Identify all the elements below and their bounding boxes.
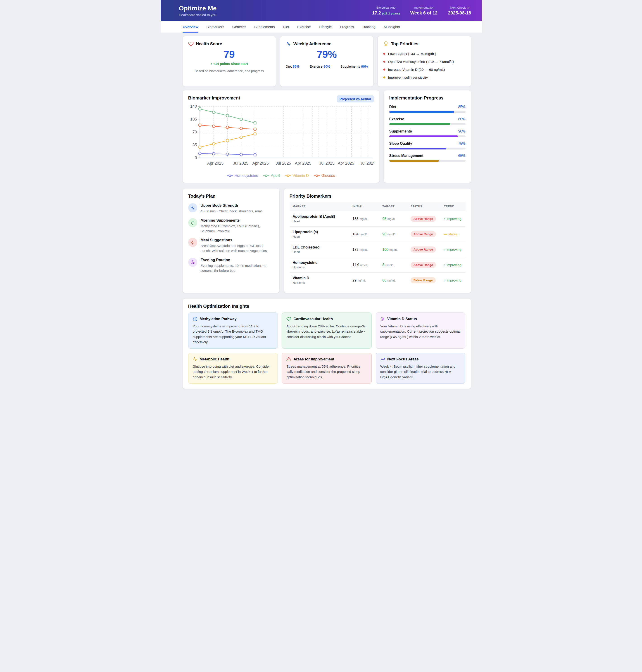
progress-track bbox=[389, 111, 465, 113]
marker-name: Homocysteine bbox=[293, 261, 346, 265]
progress-track bbox=[389, 135, 465, 137]
legend-item-vitamin-d[interactable]: Vitamin D bbox=[285, 173, 309, 178]
marker-category: Heart bbox=[293, 220, 346, 223]
stat-next-checkin: Next Check-in 2025-08-18 bbox=[448, 6, 471, 16]
initial-value: 173 bbox=[352, 248, 359, 251]
trend-dash-icon: — bbox=[444, 232, 448, 236]
progress-value: 90% bbox=[458, 129, 465, 133]
activity-icon bbox=[188, 203, 197, 212]
trend-label: stable bbox=[448, 232, 458, 236]
initial-unit: mg/dL bbox=[359, 217, 368, 221]
status-badge: Above Range bbox=[411, 216, 436, 222]
progress-label: Exercise bbox=[389, 117, 404, 121]
progress-label: Diet bbox=[389, 105, 396, 109]
progress-item-supplements: Supplements90% bbox=[389, 129, 465, 137]
header-stats: Biological Age 17.2 (-11.2 years) Implem… bbox=[372, 6, 471, 16]
insight-title: Cardiovascular Health bbox=[293, 317, 333, 321]
legend-item-homocysteine[interactable]: Homocysteine bbox=[227, 173, 258, 178]
table-row-ldl: LDL CholesterolHeart 173 mg/dL 100 mg/dL… bbox=[290, 242, 465, 257]
implementation-progress-title: Implementation Progress bbox=[389, 95, 465, 101]
progress-label: Stress Management bbox=[389, 154, 423, 158]
heart-icon bbox=[286, 317, 291, 321]
insight-title: Vitamin D Status bbox=[387, 317, 417, 321]
tab-lifestyle[interactable]: Lifestyle bbox=[319, 21, 332, 32]
stat-label: Biological Age bbox=[372, 6, 400, 9]
legend-item-glucose[interactable]: Glucose bbox=[314, 173, 335, 178]
trend-indicator: — stable bbox=[444, 232, 458, 236]
tab-supplements[interactable]: Supplements bbox=[254, 21, 275, 32]
adherence-breakdown: Diet 85% Exercise 80% Supplements 90% bbox=[286, 64, 368, 68]
app-title: Optimize Me bbox=[179, 5, 217, 12]
target-unit: ng/mL bbox=[387, 279, 396, 282]
plan-item-desc: Breakfast: Avocado and eggs on GF toast … bbox=[201, 243, 267, 253]
adherence-label: Exercise bbox=[309, 64, 323, 68]
progress-fill bbox=[389, 148, 447, 149]
svg-text:Apr 2025: Apr 2025 bbox=[338, 161, 354, 166]
trend-indicator: ↑ improving bbox=[444, 217, 461, 221]
col-marker: Marker bbox=[290, 202, 349, 211]
status-badge: Above Range bbox=[411, 231, 436, 237]
legend-item-apob[interactable]: ApoB bbox=[263, 173, 280, 178]
plan-item-text: Upper Body Strength 45-60 min - Chest, b… bbox=[201, 203, 262, 214]
health-score-value: 79 bbox=[188, 49, 270, 61]
trend-indicator: ↑ improving bbox=[444, 248, 461, 251]
droplet-icon bbox=[188, 218, 197, 227]
trend-arrow-icon: ↑ bbox=[444, 263, 446, 267]
insight-body: Your Vitamin D is rising effectively wit… bbox=[380, 324, 461, 339]
legend-marker-icon bbox=[285, 174, 291, 177]
table-row-vitamin-d: Vitamin DNutrients 29 ng/mL 60 ng/mL Bel… bbox=[290, 273, 465, 288]
progress-fill bbox=[389, 160, 439, 162]
initial-value: 11.9 bbox=[352, 263, 359, 267]
progress-fill bbox=[389, 135, 458, 137]
trend-label: improving bbox=[447, 278, 461, 282]
top-priorities-title: Top Priorities bbox=[391, 41, 418, 47]
tab-ai-insights[interactable]: AI Insights bbox=[383, 21, 400, 32]
svg-text:Jul 2025: Jul 2025 bbox=[319, 161, 334, 166]
initial-unit: ng/mL bbox=[357, 279, 365, 282]
tab-diet[interactable]: Diet bbox=[283, 21, 289, 32]
progress-value: 80% bbox=[458, 117, 465, 121]
tab-biomarkers[interactable]: Biomarkers bbox=[206, 21, 224, 32]
trend-arrow-icon: ↑ bbox=[444, 217, 446, 221]
tab-overview[interactable]: Overview bbox=[182, 21, 198, 32]
svg-text:Apr 2025: Apr 2025 bbox=[295, 161, 311, 166]
activity-icon bbox=[286, 41, 291, 47]
plan-item-evening: Evening Routine Evening supplements, 10m… bbox=[188, 258, 274, 273]
legend-label: Glucose bbox=[321, 173, 335, 178]
award-icon bbox=[383, 41, 389, 47]
initial-value: 133 bbox=[352, 217, 359, 221]
insight-body: Stress management at 65% adherence. Prio… bbox=[286, 364, 367, 380]
tab-genetics[interactable]: Genetics bbox=[232, 21, 246, 32]
insights-title: Health Optimization Insights bbox=[188, 304, 465, 309]
stat-biological-age: Biological Age 17.2 (-11.2 years) bbox=[372, 6, 400, 16]
adherence-value: 90% bbox=[361, 64, 368, 68]
progress-fill bbox=[389, 123, 450, 125]
target-value: 8 bbox=[382, 263, 384, 267]
insight-areas-for-improvement: Areas for Improvement Stress management … bbox=[282, 353, 372, 384]
insights-grid: Methylation Pathway Your homocysteine is… bbox=[188, 313, 465, 384]
progress-label: Sleep Quality bbox=[389, 142, 412, 146]
adherence-value: 80% bbox=[323, 64, 330, 68]
marker-category: Heart bbox=[293, 250, 346, 254]
tab-tracking[interactable]: Tracking bbox=[362, 21, 375, 32]
biomarker-line-chart: 03570105140Apr 2025Jul 2025Apr 2025Jul 2… bbox=[188, 103, 374, 170]
initial-value: 104 bbox=[352, 232, 359, 236]
col-status: Status bbox=[408, 202, 441, 211]
insight-title: Metabolic Health bbox=[200, 357, 229, 361]
target-value: 60 bbox=[382, 278, 386, 282]
main-content: Health Score 79 ↑ +14 points since start… bbox=[160, 33, 482, 391]
insight-title: Methylation Pathway bbox=[200, 317, 236, 321]
insight-body: Your homocysteine is improving from 11.9… bbox=[193, 324, 273, 345]
tab-progress[interactable]: Progress bbox=[339, 21, 354, 32]
tab-exercise[interactable]: Exercise bbox=[297, 21, 311, 32]
initial-unit: umol/L bbox=[360, 263, 369, 267]
progress-track bbox=[389, 148, 465, 149]
health-score-footnote: Based on biomarkers, adherence, and prog… bbox=[188, 69, 270, 73]
health-score-delta: ↑ +14 points since start bbox=[188, 62, 270, 66]
target-unit: umol/L bbox=[385, 263, 394, 267]
legend-marker-icon bbox=[263, 174, 269, 177]
health-score-title: Health Score bbox=[196, 41, 222, 47]
initial-unit: mg/dL bbox=[359, 248, 368, 251]
progress-value: 75% bbox=[458, 142, 465, 146]
svg-text:Jul 2025: Jul 2025 bbox=[233, 161, 248, 166]
